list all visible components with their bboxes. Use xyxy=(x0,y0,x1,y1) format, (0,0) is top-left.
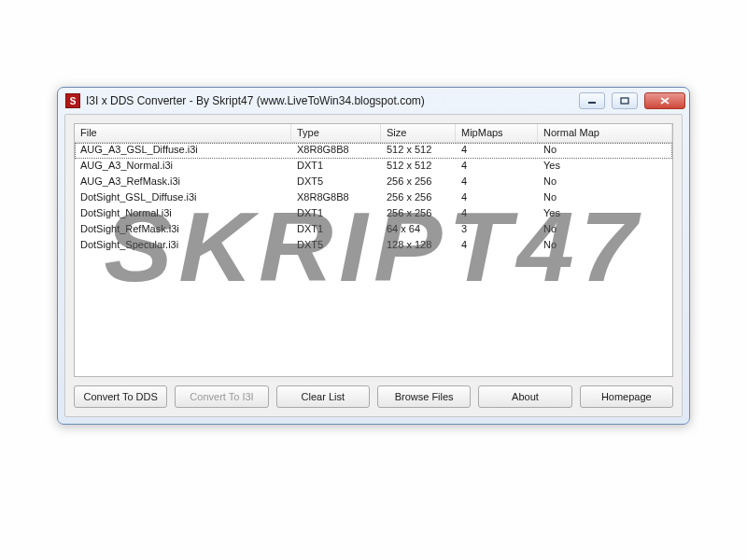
button-row: Convert To DDS Convert To I3I Clear List… xyxy=(74,385,673,408)
cell-type: X8R8G8B8 xyxy=(291,190,381,206)
browse-files-button[interactable]: Browse Files xyxy=(377,385,471,408)
convert-to-i3i-button[interactable]: Convert To I3I xyxy=(175,385,268,408)
cell-normal: Yes xyxy=(538,206,672,222)
maximize-button[interactable] xyxy=(612,92,638,109)
col-header-normal[interactable]: Normal Map xyxy=(538,124,672,142)
cell-size: 512 x 512 xyxy=(381,159,456,175)
cell-normal: No xyxy=(538,190,672,206)
app-window: S I3I x DDS Converter - By Skript47 (www… xyxy=(57,87,690,425)
minimize-button[interactable] xyxy=(579,92,605,109)
col-header-type[interactable]: Type xyxy=(291,124,381,142)
cell-type: X8R8G8B8 xyxy=(291,143,381,159)
cell-mipmaps: 4 xyxy=(456,190,538,206)
cell-file: DotSight_GSL_Diffuse.i3i xyxy=(75,190,291,206)
cell-normal: Yes xyxy=(538,159,672,175)
cell-mipmaps: 4 xyxy=(456,143,538,159)
svg-rect-1 xyxy=(621,98,628,104)
cell-mipmaps: 4 xyxy=(456,159,538,175)
cell-size: 128 x 128 xyxy=(381,238,456,254)
client-area: File Type Size MipMaps Normal Map AUG_A3… xyxy=(64,114,683,417)
cell-mipmaps: 3 xyxy=(456,222,538,238)
table-row[interactable]: DotSight_Normal.i3iDXT1256 x 2564Yes xyxy=(75,206,672,222)
cell-size: 512 x 512 xyxy=(381,143,456,159)
svg-rect-0 xyxy=(588,102,596,104)
table-row[interactable]: AUG_A3_Normal.i3iDXT1512 x 5124Yes xyxy=(75,159,672,175)
clear-list-button[interactable]: Clear List xyxy=(276,385,370,408)
cell-file: DotSight_Normal.i3i xyxy=(75,206,291,222)
table-row[interactable]: DotSight_RefMask.i3iDXT164 x 643No xyxy=(75,222,672,238)
cell-mipmaps: 4 xyxy=(456,206,538,222)
cell-type: DXT5 xyxy=(291,238,381,254)
cell-mipmaps: 4 xyxy=(456,238,538,254)
cell-type: DXT1 xyxy=(291,206,381,222)
cell-file: AUG_A3_Normal.i3i xyxy=(75,159,291,175)
cell-type: DXT1 xyxy=(291,159,381,175)
maximize-icon xyxy=(620,97,629,105)
col-header-size[interactable]: Size xyxy=(381,124,456,142)
close-button[interactable] xyxy=(644,92,685,109)
cell-size: 64 x 64 xyxy=(381,222,456,238)
cell-type: DXT5 xyxy=(291,175,381,190)
close-icon xyxy=(660,97,669,105)
cell-normal: No xyxy=(538,143,672,159)
cell-file: DotSight_Specular.i3i xyxy=(75,238,291,254)
col-header-file[interactable]: File xyxy=(75,124,291,142)
cell-normal: No xyxy=(538,175,672,190)
convert-to-dds-button[interactable]: Convert To DDS xyxy=(74,385,167,408)
cell-file: AUG_A3_RefMask.i3i xyxy=(75,175,291,190)
table-row[interactable]: DotSight_Specular.i3iDXT5128 x 1284No xyxy=(75,238,672,254)
cell-size: 256 x 256 xyxy=(381,206,456,222)
col-header-mipmaps[interactable]: MipMaps xyxy=(456,124,538,142)
cell-size: 256 x 256 xyxy=(381,190,456,206)
cell-file: DotSight_RefMask.i3i xyxy=(75,222,291,238)
cell-file: AUG_A3_GSL_Diffuse.i3i xyxy=(75,143,291,159)
app-icon: S xyxy=(65,93,80,108)
cell-normal: No xyxy=(538,238,672,254)
list-header[interactable]: File Type Size MipMaps Normal Map xyxy=(75,124,672,143)
file-list[interactable]: File Type Size MipMaps Normal Map AUG_A3… xyxy=(74,123,673,377)
list-body[interactable]: AUG_A3_GSL_Diffuse.i3iX8R8G8B8512 x 5124… xyxy=(75,143,672,376)
about-button[interactable]: About xyxy=(478,385,571,408)
table-row[interactable]: AUG_A3_GSL_Diffuse.i3iX8R8G8B8512 x 5124… xyxy=(75,143,672,159)
homepage-button[interactable]: Homepage xyxy=(580,385,673,408)
window-title: I3I x DDS Converter - By Skript47 (www.L… xyxy=(86,94,572,107)
cell-mipmaps: 4 xyxy=(456,175,538,190)
cell-size: 256 x 256 xyxy=(381,175,456,190)
table-row[interactable]: DotSight_GSL_Diffuse.i3iX8R8G8B8256 x 25… xyxy=(75,190,672,206)
minimize-icon xyxy=(587,97,597,105)
titlebar[interactable]: S I3I x DDS Converter - By Skript47 (www… xyxy=(58,88,689,114)
cell-normal: No xyxy=(538,222,672,238)
table-row[interactable]: AUG_A3_RefMask.i3iDXT5256 x 2564No xyxy=(75,175,672,190)
cell-type: DXT1 xyxy=(291,222,381,238)
